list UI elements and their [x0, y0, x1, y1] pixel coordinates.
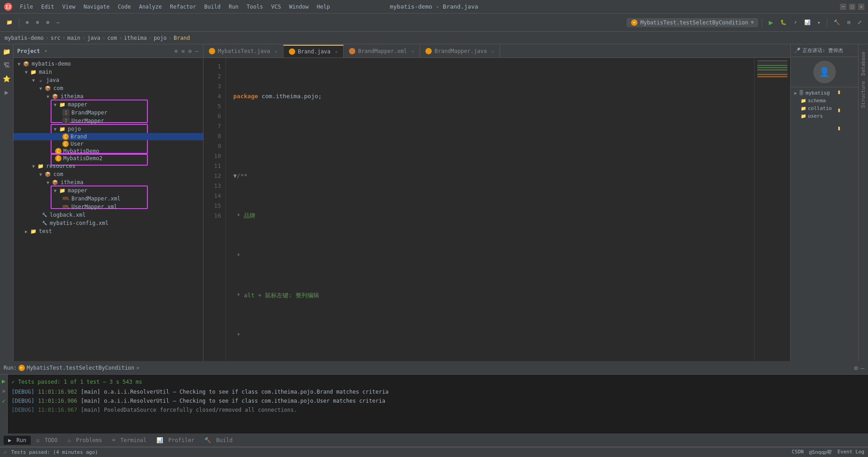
fold-icon-3[interactable]: ▼	[233, 172, 237, 179]
favorites-icon[interactable]: ⭐	[1, 73, 12, 84]
menu-edit[interactable]: Edit	[38, 3, 58, 11]
maximize-button[interactable]: □	[849, 4, 855, 10]
breadcrumb-pojo[interactable]: pojo	[154, 35, 167, 41]
run-play-btn[interactable]: ▶	[1, 376, 6, 386]
menu-navigate[interactable]: Navigate	[80, 3, 113, 11]
menu-analyze[interactable]: Analyze	[135, 3, 165, 11]
bottom-tab-problems[interactable]: ⚠ Problems	[63, 436, 107, 445]
tree-arrow-mapper[interactable]: ▼	[52, 102, 59, 107]
toolbar-run-with-coverage-btn[interactable]: ⚡	[791, 18, 800, 27]
tree-item-com[interactable]: ▼ 📦 com	[14, 84, 203, 92]
tree-arrow-main[interactable]: ▼	[23, 70, 30, 75]
toolbar-project-btn[interactable]: 📁	[4, 18, 15, 27]
menu-refactor[interactable]: Refactor	[166, 3, 200, 11]
panel-settings-btn[interactable]: ⚙	[188, 47, 193, 55]
tree-item-usermapper[interactable]: I UserMapper	[14, 117, 203, 125]
db-item-collation[interactable]: 📁 collatio	[801, 105, 854, 112]
tab-close-mybatistest[interactable]: ✕	[275, 49, 278, 54]
menu-vcs[interactable]: VCS	[268, 3, 285, 11]
panel-close-btn[interactable]: –	[194, 47, 199, 55]
bottom-tab-terminal[interactable]: ⌨ Terminal	[108, 436, 151, 445]
tree-arrow-com[interactable]: ▼	[37, 86, 44, 91]
panel-locate-btn[interactable]: ⊕	[174, 47, 179, 55]
tab-brand[interactable]: Brand.java ✕	[283, 45, 344, 57]
tree-arrow-itheima2[interactable]: ▼	[44, 180, 52, 185]
menu-view[interactable]: View	[59, 3, 79, 11]
tree-item-itheima[interactable]: ▼ 📦 itheima	[14, 92, 203, 100]
run-icon-side[interactable]: ▶	[1, 87, 12, 98]
close-button[interactable]: ✕	[858, 4, 864, 10]
run-panel-close-btn[interactable]: ✕	[136, 365, 139, 371]
tree-item-mybatisdemo2[interactable]: C MybatisDemo2	[14, 155, 203, 162]
panel-expand-btn[interactable]: ≡	[180, 47, 185, 55]
tree-item-usermapperxml[interactable]: XML UserMapper.xml	[14, 203, 203, 211]
tree-arrow-itheima[interactable]: ▼	[44, 94, 52, 99]
run-panel-settings-icon[interactable]: ⚙	[854, 364, 858, 371]
toolbar-fullscreen-btn[interactable]: ⤢	[855, 18, 864, 27]
tree-item-mapper2[interactable]: ▼ 📁 mapper	[14, 186, 203, 195]
run-panel-minimize-icon[interactable]: –	[861, 364, 864, 371]
tree-arrow-test[interactable]: ▶	[23, 229, 30, 234]
tab-close-brandmapper-xml[interactable]: ✕	[411, 49, 414, 54]
tree-arrow-db[interactable]: ▶	[794, 90, 797, 95]
breadcrumb-java[interactable]: java	[87, 35, 100, 41]
db-item-schema[interactable]: 📁 schema	[801, 97, 854, 105]
breadcrumb-itheima[interactable]: itheima	[124, 35, 147, 41]
tree-item-mybatis-demo[interactable]: ▼ 📦 mybatis-demo	[14, 60, 203, 68]
tree-item-mybatisconfig[interactable]: 🔧 mybatis-config.xml	[14, 219, 203, 227]
toolbar-collapse-btn[interactable]: –	[54, 18, 62, 27]
toolbar-layout-btn[interactable]: ⊟	[844, 18, 853, 27]
toolbar-run-btn[interactable]: ▶	[766, 17, 776, 28]
tree-arrow-com2[interactable]: ▼	[37, 172, 44, 177]
tab-brandmapper-xml[interactable]: BrandMapper.xml ✕	[344, 45, 420, 57]
code-editor[interactable]: 1 2 3 4 5 6 7 8 9 10 11 12 13 14 15 16 p…	[203, 58, 790, 361]
breadcrumb-com[interactable]: com	[107, 35, 117, 41]
tree-item-itheima2[interactable]: ▼ 📦 itheima	[14, 178, 203, 186]
menu-run[interactable]: Run	[225, 3, 242, 11]
tree-arrow-resources[interactable]: ▼	[30, 164, 37, 169]
toolbar-debug-btn[interactable]: 🐛	[778, 18, 789, 27]
run-config-dropdown[interactable]: ▼	[751, 19, 754, 25]
bottom-tab-build[interactable]: 🔨 Build	[200, 436, 237, 445]
toolbar-more-btn[interactable]: ▸	[815, 18, 824, 27]
tree-arrow-pojo[interactable]: ▼	[52, 127, 59, 132]
project-icon[interactable]: 📁	[1, 46, 12, 57]
bottom-tab-run[interactable]: ▶ Run	[4, 436, 31, 445]
tree-item-brandmapper[interactable]: I BrandMapper	[14, 109, 203, 117]
tree-item-pojo[interactable]: ▼ 📁 pojo	[14, 125, 203, 133]
toolbar-profile-btn[interactable]: 📊	[802, 18, 813, 27]
tree-item-mybatisdemo[interactable]: C MybatisDemo	[14, 148, 203, 155]
menu-tools[interactable]: Tools	[243, 3, 267, 11]
tree-item-mapper[interactable]: ▼ 📁 mapper	[14, 100, 203, 109]
tab-close-brand[interactable]: ✕	[335, 49, 338, 54]
breadcrumb-main[interactable]: main	[67, 35, 80, 41]
code-content[interactable]: package com.itheima.pojo; ▼/** * 品牌 * * …	[226, 58, 754, 361]
project-dropdown-icon[interactable]: ▾	[45, 48, 47, 53]
tree-item-brand[interactable]: C Brand	[14, 133, 203, 140]
toolbar-sync-btn[interactable]: ≡	[33, 18, 42, 27]
tab-close-brandmapper-java[interactable]: ✕	[491, 49, 494, 54]
event-log-btn[interactable]: Event Log	[837, 449, 864, 456]
bottom-tab-profiler[interactable]: 📊 Profiler	[152, 436, 199, 445]
tree-item-main[interactable]: ▼ 📁 main	[14, 68, 203, 76]
tree-item-java[interactable]: ▼ ☕ java	[14, 76, 203, 84]
vtab-structure[interactable]: Structure	[859, 78, 868, 111]
toolbar-build-btn[interactable]: 🔨	[831, 18, 843, 27]
menu-file[interactable]: File	[16, 3, 37, 11]
bottom-tab-todo[interactable]: ☑ TODO	[32, 436, 62, 445]
minimize-button[interactable]: ─	[840, 4, 846, 10]
menu-code[interactable]: Code	[114, 3, 135, 11]
menu-build[interactable]: Build	[201, 3, 224, 11]
toolbar-settings-btn[interactable]: ⚙	[43, 18, 52, 27]
structure-icon[interactable]: 🏗	[1, 60, 12, 71]
tree-arrow-java[interactable]: ▼	[30, 78, 37, 83]
tree-item-com2[interactable]: ▼ 📦 com	[14, 170, 203, 178]
tree-item-user[interactable]: C User	[14, 140, 203, 148]
tab-brandmapper-java[interactable]: BrandMapper.java ✕	[420, 45, 500, 57]
run-rerun-btn[interactable]: »	[1, 386, 6, 395]
vtab-database[interactable]: Database	[859, 49, 868, 78]
tree-item-logback[interactable]: 🔧 logback.xml	[14, 211, 203, 219]
breadcrumb-brand[interactable]: Brand	[174, 35, 190, 41]
toolbar-add-btn[interactable]: ⊕	[23, 18, 32, 27]
breadcrumb-project[interactable]: mybatis-demo	[5, 35, 44, 41]
